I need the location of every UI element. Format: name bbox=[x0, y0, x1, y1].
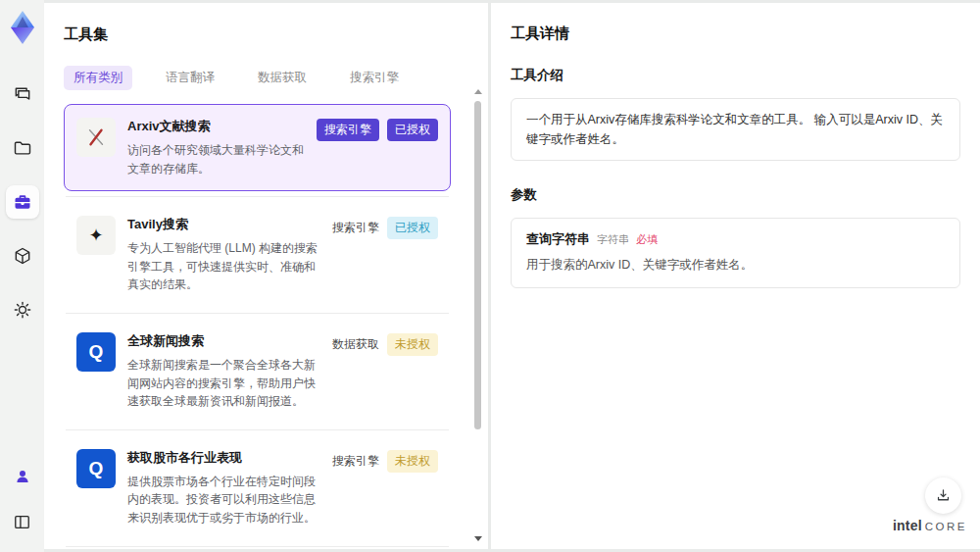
tool-name: Arxiv文献搜索 bbox=[127, 118, 307, 135]
category-badge: 数据获取 bbox=[332, 336, 379, 353]
category-badge: 搜索引擎 bbox=[332, 453, 379, 470]
tool-description: 全球新闻搜索是一个聚合全球各大新闻网站内容的搜索引擎，帮助用户快速获取全球最新资… bbox=[127, 356, 322, 411]
tool-intro-box: 一个用于从Arxiv存储库搜索科学论文和文章的工具。 输入可以是Arxiv ID… bbox=[511, 98, 960, 161]
auth-status-badge: 已授权 bbox=[387, 217, 438, 239]
list-scrollbar[interactable] bbox=[473, 89, 482, 541]
chat-icon[interactable] bbox=[6, 77, 39, 111]
page-title: 工具集 bbox=[64, 25, 468, 44]
cube-icon[interactable] bbox=[6, 239, 39, 273]
tool-list-panel: 工具集 所有类别 语言翻译 数据获取 搜索引擎 Arxiv文献搜索 访问各个研究… bbox=[44, 3, 488, 549]
divider bbox=[66, 429, 449, 430]
category-tabs: 所有类别 语言翻译 数据获取 搜索引擎 bbox=[64, 66, 468, 90]
intel-logo-text: intel bbox=[893, 518, 922, 533]
intel-core-logo: intelcore bbox=[892, 517, 968, 534]
collapse-panel-icon[interactable] bbox=[6, 505, 39, 538]
scrollbar-thumb[interactable] bbox=[474, 101, 481, 429]
tool-description: 专为人工智能代理 (LLM) 构建的搜索引擎工具，可快速提供实时、准确和真实的结… bbox=[127, 239, 322, 294]
intro-section-heading: 工具介绍 bbox=[511, 67, 960, 84]
scroll-down-arrow-icon[interactable] bbox=[474, 536, 482, 541]
tool-description: 提供股票市场各个行业在特定时间段内的表现。投资者可以利用这些信息来识别表现优于或… bbox=[127, 473, 322, 527]
parameter-name: 查询字符串 bbox=[526, 230, 590, 248]
download-button[interactable] bbox=[925, 477, 961, 514]
tab-data-fetch[interactable]: 数据获取 bbox=[248, 66, 317, 90]
tab-language-translation[interactable]: 语言翻译 bbox=[156, 66, 224, 90]
auth-status-badge: 未授权 bbox=[387, 333, 438, 356]
download-icon bbox=[935, 487, 952, 504]
parameter-description: 用于搜索的Arxiv ID、关键字或作者姓名。 bbox=[526, 257, 945, 274]
tool-name: 全球新闻搜索 bbox=[127, 332, 322, 350]
tool-card-arxiv-selected[interactable]: Arxiv文献搜索 访问各个研究领域大量科学论文和文章的存储库。 搜索引擎 已授… bbox=[64, 104, 451, 191]
toolbox-icon-active-tab[interactable] bbox=[6, 185, 39, 219]
settings-gear-icon[interactable] bbox=[6, 293, 39, 326]
app-logo-icon bbox=[6, 9, 39, 46]
parameter-card: 查询字符串 字符串 必填 用于搜索的Arxiv ID、关键字或作者姓名。 bbox=[511, 218, 960, 288]
stock-sector-logo-icon: Q bbox=[76, 449, 116, 488]
user-avatar-icon[interactable] bbox=[6, 460, 39, 493]
left-icon-rail bbox=[0, 0, 44, 552]
params-section-heading: 参数 bbox=[511, 186, 960, 204]
global-news-logo-icon: Q bbox=[76, 332, 116, 372]
category-badge: 搜索引擎 bbox=[332, 220, 379, 236]
auth-status-badge: 已授权 bbox=[387, 119, 438, 141]
auth-status-badge: 未授权 bbox=[387, 450, 438, 473]
arxiv-logo-icon bbox=[76, 118, 116, 157]
rail-nav bbox=[6, 77, 39, 326]
parameter-required-flag: 必填 bbox=[636, 232, 658, 247]
category-badge: 搜索引擎 bbox=[317, 119, 379, 141]
tool-name: Tavily搜索 bbox=[127, 216, 322, 233]
rail-bottom bbox=[6, 460, 39, 538]
tab-all-categories[interactable]: 所有类别 bbox=[64, 66, 132, 90]
tool-card-stock-sector[interactable]: Q 获取股市各行业表现 提供股票市场各个行业在特定时间段内的表现。投资者可以利用… bbox=[64, 435, 451, 541]
scroll-up-arrow-icon[interactable] bbox=[474, 89, 482, 94]
tab-search-engine[interactable]: 搜索引擎 bbox=[340, 66, 409, 90]
tool-description: 访问各个研究领域大量科学论文和文章的存储库。 bbox=[127, 141, 307, 177]
parameter-type: 字符串 bbox=[597, 232, 629, 247]
tavily-star-icon: ✦ bbox=[76, 216, 116, 255]
detail-panel-title: 工具详情 bbox=[511, 25, 960, 43]
divider bbox=[66, 546, 449, 547]
tool-detail-panel: 工具详情 工具介绍 一个用于从Arxiv存储库搜索科学论文和文章的工具。 输入可… bbox=[491, 3, 980, 549]
folder-icon[interactable] bbox=[6, 131, 39, 165]
tool-card-tavily[interactable]: ✦ Tavily搜索 专为人工智能代理 (LLM) 构建的搜索引擎工具，可快速提… bbox=[64, 202, 451, 308]
core-logo-text: core bbox=[925, 521, 967, 532]
tool-name: 获取股市各行业表现 bbox=[127, 449, 322, 467]
divider bbox=[66, 313, 449, 314]
tool-card-list: Arxiv文献搜索 访问各个研究领域大量科学论文和文章的存储库。 搜索引擎 已授… bbox=[64, 104, 468, 549]
tool-card-global-news[interactable]: Q 全球新闻搜索 全球新闻搜索是一个聚合全球各大新闻网站内容的搜索引擎，帮助用户… bbox=[64, 319, 451, 425]
divider bbox=[66, 196, 449, 197]
